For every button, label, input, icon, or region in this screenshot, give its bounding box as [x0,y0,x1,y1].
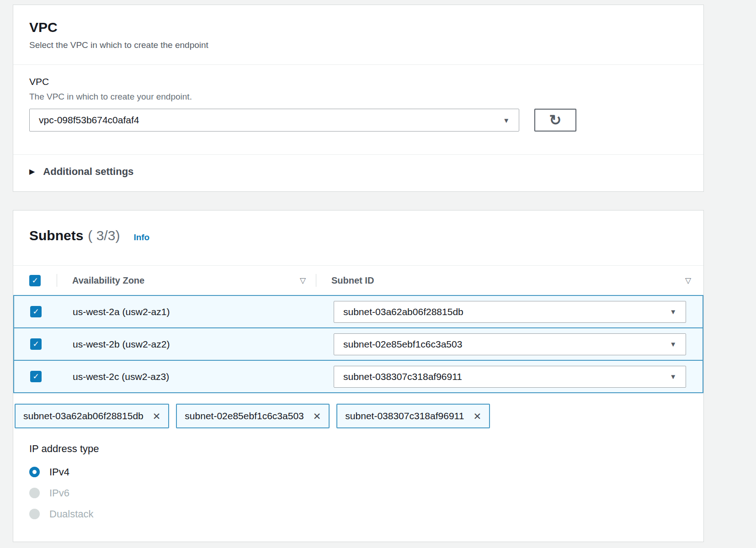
table-row: ✓ us-west-2b (usw2-az2) subnet-02e85ebf1… [14,327,703,360]
subnet-id-header-cell: Subnet ID ▽ [316,275,703,286]
select-all-checkbox[interactable]: ✓ [29,275,41,286]
chevron-down-icon: ▼ [670,341,676,348]
refresh-icon: ↻ [549,113,562,127]
subnet-select[interactable]: subnet-02e85ebf1c6c3a503 ▼ [334,333,686,355]
refresh-button[interactable]: ↻ [534,109,576,132]
availability-zone-header-cell: Availability Zone ▽ [57,275,316,286]
availability-zone-header-label: Availability Zone [72,275,144,286]
radio-disabled-icon [29,488,40,498]
subnet-id-cell: subnet-02e85ebf1c6c3a503 ▼ [316,333,703,355]
row-checkbox[interactable]: ✓ [30,371,42,382]
radio-selected-icon[interactable] [29,467,40,477]
subnets-table-body: ✓ us-west-2a (usw2-az1) subnet-03a62ab06… [13,295,703,393]
availability-zone-value: us-west-2b (usw2-az2) [73,339,170,350]
vpc-card-body: VPC The VPC in which to create your endp… [13,65,703,154]
availability-zone-cell: us-west-2c (usw2-az3) [58,371,316,382]
additional-settings-label: Additional settings [43,166,133,178]
radio-option-label: IPv6 [49,487,69,499]
vpc-select-value: vpc-098f53b674c0afaf4 [39,115,139,126]
subnet-select-value: subnet-03a62ab06f28815db [343,306,463,317]
chevron-down-icon: ▼ [503,117,510,124]
radio-option-ipv6: IPv6 [29,486,687,500]
subnet-token-label: subnet-02e85ebf1c6c3a503 [185,411,303,422]
checkmark-icon: ✓ [32,308,39,316]
row-select-cell: ✓ [14,338,58,350]
radio-option-label: IPv4 [49,466,69,478]
table-row: ✓ us-west-2c (usw2-az3) subnet-038307c31… [14,360,703,392]
vpc-card-title: VPC [29,19,687,36]
radio-option-label: Dualstack [49,508,94,520]
chevron-down-icon: ▼ [670,308,676,315]
subnets-count: ( 3/3) [88,228,120,243]
row-checkbox[interactable]: ✓ [30,338,42,350]
remove-token-icon[interactable]: ✕ [313,411,321,421]
row-select-cell: ✓ [14,306,58,317]
ip-address-type-label: IP address type [29,443,687,455]
row-checkbox[interactable]: ✓ [30,306,42,317]
subnet-id-cell: subnet-038307c318af96911 ▼ [316,366,703,388]
availability-zone-value: us-west-2c (usw2-az3) [73,371,169,382]
checkmark-icon: ✓ [32,340,39,348]
vpc-field-description: The VPC in which to create your endpoint… [29,91,687,102]
subnet-token: subnet-02e85ebf1c6c3a503 ✕ [176,404,330,428]
subnet-id-header-label: Subnet ID [331,275,374,286]
remove-token-icon[interactable]: ✕ [153,411,161,421]
filter-icon[interactable]: ▽ [300,277,306,285]
vpc-card-description: Select the VPC in which to create the en… [29,40,687,51]
additional-settings-expander[interactable]: ▶ Additional settings [13,155,703,191]
page: VPC Select the VPC in which to create th… [0,5,756,542]
subnet-select[interactable]: subnet-03a62ab06f28815db ▼ [334,301,686,323]
vpc-card-header: VPC Select the VPC in which to create th… [13,5,703,51]
row-select-cell: ✓ [14,371,58,382]
radio-option-dualstack: Dualstack [29,507,687,521]
table-row: ✓ us-west-2a (usw2-az1) subnet-03a62ab06… [14,295,703,327]
checkmark-icon: ✓ [32,373,39,380]
subnet-select-value: subnet-038307c318af96911 [343,371,462,382]
subnet-token-label: subnet-038307c318af96911 [345,411,464,422]
subnet-token: subnet-03a62ab06f28815db ✕ [15,404,169,428]
filter-icon[interactable]: ▽ [685,277,691,285]
availability-zone-value: us-west-2a (usw2-az1) [73,306,170,317]
subnet-select-value: subnet-02e85ebf1c6c3a503 [343,339,462,350]
subnets-card-header: Subnets ( 3/3) Info [13,211,703,244]
subnet-token-label: subnet-03a62ab06f28815db [23,411,144,422]
vpc-card: VPC Select the VPC in which to create th… [13,5,704,192]
availability-zone-cell: us-west-2a (usw2-az1) [58,306,316,317]
vpc-select[interactable]: vpc-098f53b674c0afaf4 ▼ [29,109,519,132]
chevron-down-icon: ▼ [670,373,676,380]
subnets-card: Subnets ( 3/3) Info ✓ Availability Zone … [13,210,704,542]
selected-subnet-tokens: subnet-03a62ab06f28815db ✕ subnet-02e85e… [15,404,687,428]
remove-token-icon[interactable]: ✕ [473,411,481,421]
subnet-select[interactable]: subnet-038307c318af96911 ▼ [334,366,686,388]
ip-address-type-section: IP address type IPv4 IPv6 Dualstack [13,428,703,521]
info-link[interactable]: Info [133,232,149,242]
subnets-card-title: Subnets [29,227,83,244]
subnets-table-header: ✓ Availability Zone ▽ Subnet ID ▽ [13,266,703,295]
checkmark-icon: ✓ [32,277,38,285]
availability-zone-cell: us-west-2b (usw2-az2) [58,339,316,350]
vpc-field-label: VPC [29,76,687,88]
vpc-select-row: vpc-098f53b674c0afaf4 ▼ ↻ [29,109,687,154]
expander-triangle-icon: ▶ [29,168,35,175]
radio-option-ipv4[interactable]: IPv4 [29,465,687,479]
subnet-token: subnet-038307c318af96911 ✕ [336,404,490,428]
subnet-id-cell: subnet-03a62ab06f28815db ▼ [316,301,703,323]
radio-disabled-icon [29,509,40,519]
select-all-cell: ✓ [13,275,57,286]
